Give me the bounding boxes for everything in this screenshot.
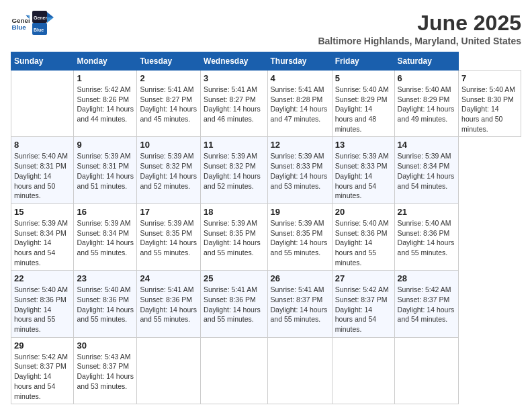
svg-text:Blue: Blue <box>34 28 44 32</box>
day-info: Sunrise: 5:40 AM Sunset: 8:31 PM Dayligh… <box>14 151 71 200</box>
calendar-cell <box>267 337 332 404</box>
day-info: Sunrise: 5:39 AM Sunset: 8:35 PM Dayligh… <box>204 218 265 258</box>
day-number: 18 <box>204 207 265 217</box>
calendar-cell: 19 Sunrise: 5:39 AM Sunset: 8:35 PM Dayl… <box>267 203 332 270</box>
day-info: Sunrise: 5:39 AM Sunset: 8:33 PM Dayligh… <box>271 151 329 191</box>
calendar-week-row: 22 Sunrise: 5:40 AM Sunset: 8:36 PM Dayl… <box>11 271 521 337</box>
day-number: 7 <box>461 73 518 83</box>
day-info: Sunrise: 5:42 AM Sunset: 8:37 PM Dayligh… <box>398 285 456 324</box>
day-number: 22 <box>14 273 71 283</box>
location-title: Baltimore Highlands, Maryland, United St… <box>318 36 521 46</box>
day-info: Sunrise: 5:39 AM Sunset: 8:32 PM Dayligh… <box>140 151 197 191</box>
day-number: 28 <box>398 273 456 283</box>
day-info: Sunrise: 5:42 AM Sunset: 8:26 PM Dayligh… <box>77 85 134 124</box>
day-number: 17 <box>140 207 197 217</box>
day-number: 8 <box>14 140 71 150</box>
day-number: 24 <box>140 273 197 283</box>
calendar-cell: 21 Sunrise: 5:40 AM Sunset: 8:36 PM Dayl… <box>394 203 459 270</box>
calendar-cell: 14 Sunrise: 5:39 AM Sunset: 8:34 PM Dayl… <box>394 137 459 203</box>
svg-marker-8 <box>47 12 54 17</box>
day-header-tuesday: Tuesday <box>137 52 201 71</box>
day-info: Sunrise: 5:41 AM Sunset: 8:37 PM Dayligh… <box>271 285 329 324</box>
day-info: Sunrise: 5:41 AM Sunset: 8:28 PM Dayligh… <box>271 85 329 124</box>
day-number: 16 <box>77 207 134 217</box>
calendar-cell: 9 Sunrise: 5:39 AM Sunset: 8:31 PM Dayli… <box>74 137 137 203</box>
page-header: General Blue General Blue June 2025 Balt… <box>11 11 521 46</box>
calendar-cell: 6 Sunrise: 5:40 AM Sunset: 8:29 PM Dayli… <box>394 71 459 137</box>
day-number: 3 <box>204 73 265 83</box>
day-number: 23 <box>77 273 134 283</box>
calendar-cell: 13 Sunrise: 5:39 AM Sunset: 8:33 PM Dayl… <box>332 137 394 203</box>
svg-text:Blue: Blue <box>11 24 26 31</box>
svg-marker-9 <box>47 17 54 23</box>
day-info: Sunrise: 5:42 AM Sunset: 8:37 PM Dayligh… <box>335 285 392 334</box>
calendar-cell: 24 Sunrise: 5:41 AM Sunset: 8:36 PM Dayl… <box>137 271 201 337</box>
day-number: 15 <box>14 207 71 217</box>
calendar-cell: 23 Sunrise: 5:40 AM Sunset: 8:36 PM Dayl… <box>74 271 137 337</box>
day-number: 11 <box>204 140 265 150</box>
title-area: June 2025 Baltimore Highlands, Maryland,… <box>318 11 521 46</box>
calendar-cell: 27 Sunrise: 5:42 AM Sunset: 8:37 PM Dayl… <box>332 271 394 337</box>
logo-graphic: General Blue <box>32 11 54 35</box>
day-header-monday: Monday <box>74 52 137 71</box>
day-header-wednesday: Wednesday <box>201 52 268 71</box>
day-info: Sunrise: 5:39 AM Sunset: 8:34 PM Dayligh… <box>398 151 456 191</box>
day-info: Sunrise: 5:40 AM Sunset: 8:36 PM Dayligh… <box>14 285 71 334</box>
calendar-cell: 2 Sunrise: 5:41 AM Sunset: 8:27 PM Dayli… <box>137 71 201 137</box>
day-number: 27 <box>335 273 392 283</box>
day-info: Sunrise: 5:39 AM Sunset: 8:35 PM Dayligh… <box>271 218 329 258</box>
calendar-cell: 25 Sunrise: 5:41 AM Sunset: 8:36 PM Dayl… <box>201 271 268 337</box>
day-number: 29 <box>14 340 71 351</box>
calendar-cell: 12 Sunrise: 5:39 AM Sunset: 8:33 PM Dayl… <box>267 137 332 203</box>
logo-icon: General Blue <box>11 13 30 32</box>
day-number: 19 <box>271 207 329 217</box>
day-info: Sunrise: 5:41 AM Sunset: 8:27 PM Dayligh… <box>204 85 265 124</box>
calendar-cell: 1 Sunrise: 5:42 AM Sunset: 8:26 PM Dayli… <box>74 71 137 137</box>
day-header-sunday: Sunday <box>11 52 74 71</box>
day-info: Sunrise: 5:39 AM Sunset: 8:35 PM Dayligh… <box>140 218 197 258</box>
calendar-table: SundayMondayTuesdayWednesdayThursdayFrid… <box>11 52 521 404</box>
calendar-cell: 8 Sunrise: 5:40 AM Sunset: 8:31 PM Dayli… <box>11 137 74 203</box>
day-number: 21 <box>398 207 456 217</box>
calendar-cell: 4 Sunrise: 5:41 AM Sunset: 8:28 PM Dayli… <box>267 71 332 137</box>
day-info: Sunrise: 5:40 AM Sunset: 8:36 PM Dayligh… <box>77 285 134 324</box>
calendar-cell: 3 Sunrise: 5:41 AM Sunset: 8:27 PM Dayli… <box>201 71 268 137</box>
day-info: Sunrise: 5:40 AM Sunset: 8:36 PM Dayligh… <box>335 218 392 267</box>
day-header-thursday: Thursday <box>267 52 332 71</box>
day-info: Sunrise: 5:41 AM Sunset: 8:36 PM Dayligh… <box>204 285 265 324</box>
calendar-cell: 28 Sunrise: 5:42 AM Sunset: 8:37 PM Dayl… <box>394 271 459 337</box>
day-header-saturday: Saturday <box>394 52 459 71</box>
calendar-cell: 29 Sunrise: 5:42 AM Sunset: 8:37 PM Dayl… <box>11 337 74 404</box>
day-number: 9 <box>77 140 134 150</box>
calendar-week-row: 1 Sunrise: 5:42 AM Sunset: 8:26 PM Dayli… <box>11 71 521 137</box>
day-info: Sunrise: 5:40 AM Sunset: 8:30 PM Dayligh… <box>461 85 518 134</box>
day-number: 14 <box>398 140 456 150</box>
month-title: June 2025 <box>318 11 521 36</box>
day-info: Sunrise: 5:41 AM Sunset: 8:27 PM Dayligh… <box>140 85 197 124</box>
calendar-cell: 26 Sunrise: 5:41 AM Sunset: 8:37 PM Dayl… <box>267 271 332 337</box>
day-number: 13 <box>335 140 392 150</box>
day-number: 10 <box>140 140 197 150</box>
day-number: 2 <box>140 73 197 83</box>
logo-text-area: General Blue <box>32 11 54 35</box>
calendar-cell: 17 Sunrise: 5:39 AM Sunset: 8:35 PM Dayl… <box>137 203 201 270</box>
calendar-cell: 15 Sunrise: 5:39 AM Sunset: 8:34 PM Dayl… <box>11 203 74 270</box>
calendar-cell: 7 Sunrise: 5:40 AM Sunset: 8:30 PM Dayli… <box>459 71 521 137</box>
day-header-friday: Friday <box>332 52 394 71</box>
day-number: 12 <box>271 140 329 150</box>
day-number: 1 <box>77 73 134 83</box>
calendar-cell: 16 Sunrise: 5:39 AM Sunset: 8:34 PM Dayl… <box>74 203 137 270</box>
calendar-cell: 5 Sunrise: 5:40 AM Sunset: 8:29 PM Dayli… <box>332 71 394 137</box>
day-info: Sunrise: 5:41 AM Sunset: 8:36 PM Dayligh… <box>140 285 197 324</box>
day-info: Sunrise: 5:42 AM Sunset: 8:37 PM Dayligh… <box>14 352 71 401</box>
day-info: Sunrise: 5:43 AM Sunset: 8:37 PM Dayligh… <box>77 352 134 392</box>
day-info: Sunrise: 5:39 AM Sunset: 8:34 PM Dayligh… <box>14 218 71 267</box>
day-number: 6 <box>398 73 456 83</box>
calendar-header-row: SundayMondayTuesdayWednesdayThursdayFrid… <box>11 52 521 71</box>
day-number: 30 <box>77 340 134 351</box>
day-info: Sunrise: 5:40 AM Sunset: 8:29 PM Dayligh… <box>398 85 456 124</box>
calendar-week-row: 15 Sunrise: 5:39 AM Sunset: 8:34 PM Dayl… <box>11 203 521 270</box>
calendar-cell: 18 Sunrise: 5:39 AM Sunset: 8:35 PM Dayl… <box>201 203 268 270</box>
calendar-cell: 22 Sunrise: 5:40 AM Sunset: 8:36 PM Dayl… <box>11 271 74 337</box>
calendar-cell: 20 Sunrise: 5:40 AM Sunset: 8:36 PM Dayl… <box>332 203 394 270</box>
